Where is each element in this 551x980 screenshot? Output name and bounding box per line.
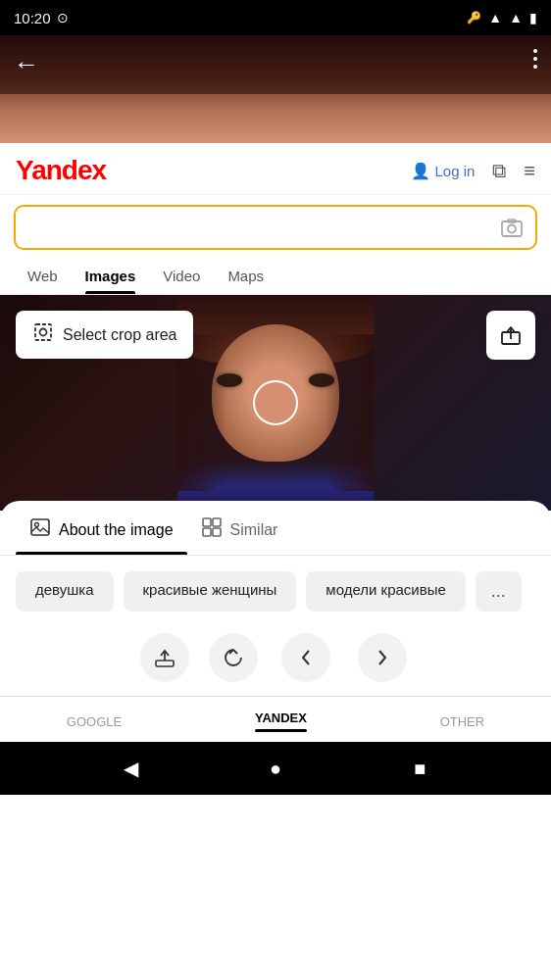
wifi-icon: ▲	[488, 10, 502, 25]
bottom-nav: GOOGLE YANDEX OTHER	[0, 696, 551, 742]
login-label: Log in	[434, 163, 475, 179]
vpn-icon: ⊙	[57, 10, 69, 25]
svg-rect-0	[502, 221, 522, 236]
menu-dot	[533, 65, 537, 69]
prev-button[interactable]	[281, 633, 330, 682]
status-right: 🔑 ▲ ▲ ▮	[467, 10, 537, 25]
tag-label-2: модели красивые	[326, 581, 445, 598]
svg-point-8	[35, 523, 39, 527]
menu-dot	[533, 49, 537, 53]
crop-svg	[31, 320, 55, 344]
next-button[interactable]	[358, 633, 407, 682]
upload-icon	[154, 647, 175, 668]
similar-icon-svg	[201, 516, 223, 538]
camera-icon	[500, 216, 524, 239]
tab-video-label: Video	[163, 268, 200, 284]
menu-button[interactable]	[533, 49, 537, 69]
share-button[interactable]	[486, 311, 535, 360]
tags-area: девушка красивые женщины модели красивые…	[0, 556, 551, 623]
tab-about-image-label: About the image	[59, 521, 174, 539]
image-search-area: Select crop area	[0, 295, 551, 511]
android-back-icon: ◀	[124, 757, 138, 780]
tag-label-1: красивые женщины	[143, 581, 277, 598]
nav-other[interactable]: OTHER	[421, 710, 505, 733]
nav-tabs: Web Images Video Maps	[0, 256, 551, 295]
tab-images[interactable]: Images	[72, 260, 150, 294]
android-home-icon: ●	[270, 758, 281, 780]
search-bar	[14, 205, 537, 250]
tag-more-label: ...	[491, 581, 506, 601]
tag-chip-0[interactable]: девушка	[16, 571, 114, 612]
yandex-logo: Yandex	[16, 155, 106, 186]
tab-web-label: Web	[27, 268, 58, 284]
crop-label: Select crop area	[63, 326, 177, 344]
crop-button[interactable]: Select crop area	[16, 311, 193, 359]
tag-label-0: девушка	[35, 581, 94, 598]
tab-maps-label: Maps	[227, 268, 264, 284]
bottom-panel: About the image Similar девушка красивые…	[0, 501, 551, 742]
nav-google-label: GOOGLE	[67, 714, 122, 729]
svg-point-4	[40, 329, 47, 336]
svg-point-1	[508, 225, 516, 233]
tag-chip-2[interactable]: модели красивые	[306, 571, 465, 612]
tag-chip-1[interactable]: красивые женщины	[124, 571, 297, 612]
svg-rect-7	[31, 519, 49, 535]
tab-images-label: Images	[85, 268, 136, 284]
tab-web[interactable]: Web	[14, 260, 72, 294]
next-icon	[374, 647, 391, 668]
status-left: 10:20 ⊙	[14, 10, 69, 26]
android-back-button[interactable]: ◀	[114, 751, 149, 786]
android-home-button[interactable]: ●	[258, 751, 293, 786]
about-image-icon	[29, 516, 51, 543]
tag-chip-more[interactable]: ...	[476, 571, 522, 612]
tab-similar[interactable]: Similar	[187, 501, 292, 555]
logo-suffix: andex	[31, 155, 106, 185]
svg-rect-3	[35, 324, 51, 340]
status-time: 10:20	[14, 10, 51, 26]
svg-rect-9	[203, 518, 211, 526]
nav-yandex-label: YANDEX	[255, 710, 307, 725]
nav-yandex[interactable]: YANDEX	[235, 707, 326, 736]
refresh-button[interactable]	[209, 633, 258, 682]
tab-video[interactable]: Video	[149, 260, 214, 294]
yandex-header: Yandex 👤 Log in ⧉ ≡	[0, 143, 551, 195]
battery-icon: ▮	[529, 10, 537, 25]
prev-icon	[297, 647, 315, 668]
menu-dot	[533, 57, 537, 61]
result-tabs: About the image Similar	[0, 501, 551, 556]
svg-rect-11	[203, 528, 211, 536]
image-icon-svg	[29, 516, 51, 538]
hero-image-area: ←	[0, 35, 551, 143]
camera-search-button[interactable]	[500, 216, 524, 239]
logo-y: Y	[16, 155, 31, 185]
login-button[interactable]: 👤 Log in	[412, 161, 475, 180]
status-bar: 10:20 ⊙ 🔑 ▲ ▲ ▮	[0, 0, 551, 35]
share-icon	[500, 324, 522, 346]
tab-maps[interactable]: Maps	[214, 260, 277, 294]
face	[212, 324, 339, 462]
tab-about-image[interactable]: About the image	[16, 501, 187, 555]
back-button[interactable]: ←	[14, 49, 39, 79]
similar-icon	[201, 516, 223, 543]
hamburger-icon[interactable]: ≡	[524, 160, 535, 182]
upload-button[interactable]	[140, 633, 189, 682]
search-bar-wrap	[0, 195, 551, 256]
android-recents-icon: ■	[414, 758, 426, 780]
hero-dark-top	[0, 35, 551, 94]
portrait-container	[177, 295, 374, 511]
signal-icon: ▲	[509, 10, 523, 25]
svg-rect-10	[213, 518, 221, 526]
key-icon: 🔑	[467, 11, 481, 24]
person-icon: 👤	[412, 161, 429, 180]
nav-other-label: OTHER	[440, 714, 485, 729]
android-nav-bar: ◀ ● ■	[0, 742, 551, 795]
svg-rect-12	[213, 528, 221, 536]
svg-rect-13	[156, 661, 174, 666]
bookmark-icon[interactable]: ⧉	[492, 160, 506, 182]
refresh-icon	[223, 647, 244, 668]
android-recents-button[interactable]: ■	[402, 751, 437, 786]
search-input[interactable]	[27, 215, 500, 240]
crop-icon	[31, 320, 55, 349]
action-row	[0, 623, 551, 696]
nav-google[interactable]: GOOGLE	[47, 710, 141, 733]
